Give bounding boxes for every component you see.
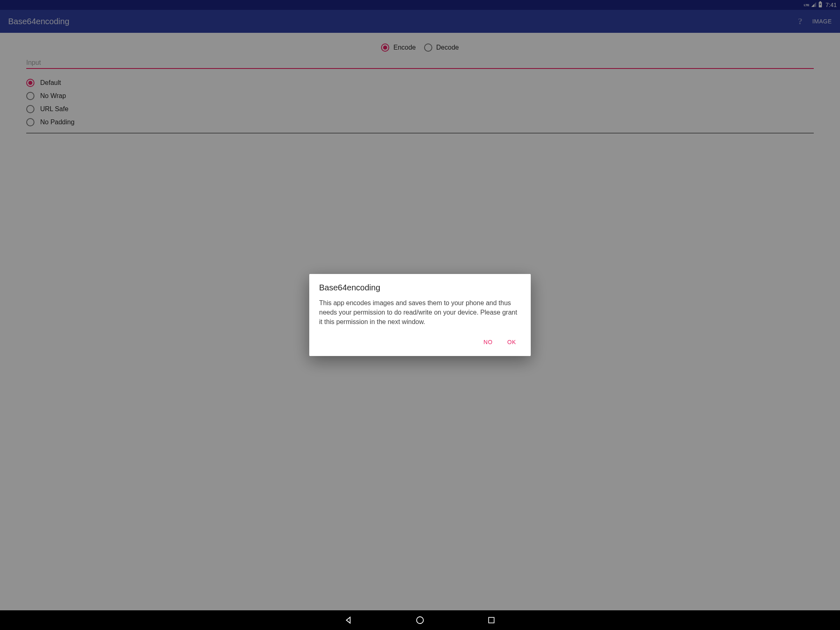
- back-button[interactable]: [344, 615, 354, 625]
- dialog-scrim[interactable]: Base64encoding This app encodes images a…: [0, 0, 840, 630]
- dialog-title: Base64encoding: [319, 283, 521, 292]
- ok-button[interactable]: OK: [506, 336, 518, 349]
- dialog-body: This app encodes images and saves them t…: [319, 298, 521, 327]
- navigation-bar: [0, 610, 840, 630]
- recents-button[interactable]: [486, 615, 496, 625]
- permission-dialog: Base64encoding This app encodes images a…: [309, 274, 531, 356]
- svg-rect-3: [488, 617, 494, 623]
- home-button[interactable]: [415, 615, 425, 625]
- svg-point-2: [417, 617, 424, 624]
- dialog-actions: NO OK: [319, 333, 521, 351]
- no-button[interactable]: NO: [482, 336, 494, 349]
